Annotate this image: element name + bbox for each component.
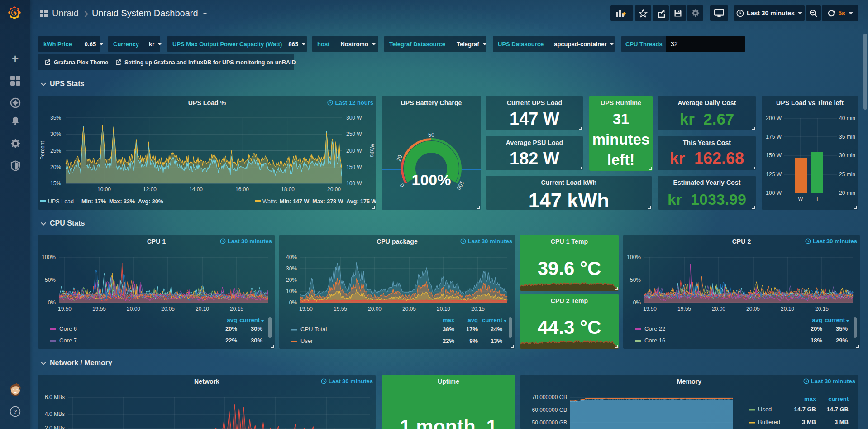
svg-text:current: current [482,317,502,323]
svg-text:60.000000 GB: 60.000000 GB [532,407,567,413]
svg-text:19:50: 19:50 [299,306,313,312]
svg-text:14.7 GB: 14.7 GB [827,406,849,413]
svg-text:50%: 50% [630,277,641,283]
svg-text:29%: 29% [836,337,848,344]
svg-text:35%: 35% [50,115,61,121]
svg-text:20:05: 20:05 [402,306,416,312]
svg-text:3 MB: 3 MB [802,419,816,425]
svg-text:9%: 9% [469,337,478,344]
svg-text:4.0 MBs: 4.0 MBs [45,411,65,417]
svg-text:20:05: 20:05 [746,306,760,312]
svg-text:22%: 22% [443,337,454,344]
svg-text:20:05: 20:05 [161,306,175,312]
svg-text:20:00: 20:00 [368,306,382,312]
svg-text:20%: 20% [286,277,297,283]
svg-text:Core 6: Core 6 [59,325,77,332]
svg-text:19:50: 19:50 [643,306,657,312]
svg-text:24%: 24% [491,326,502,333]
svg-text:100 W: 100 W [346,180,362,187]
svg-text:Used: Used [758,406,772,413]
svg-text:avg: avg [468,317,478,323]
svg-text:200 W: 200 W [766,115,782,121]
svg-text:300 W: 300 W [346,115,362,121]
svg-text:20:00: 20:00 [327,186,341,193]
svg-text:20:00: 20:00 [127,306,140,312]
svg-text:0%: 0% [633,299,641,306]
svg-text:25 min: 25 min [839,171,855,178]
svg-text:20:15: 20:15 [471,306,485,312]
svg-text:20:10: 20:10 [781,306,794,312]
svg-text:2.0 MBs: 2.0 MBs [45,425,65,429]
svg-text:T: T [816,196,819,202]
svg-text:35 min: 35 min [839,134,855,140]
svg-text:3 MB: 3 MB [835,419,849,425]
svg-text:150 W: 150 W [346,164,362,170]
svg-text:W: W [798,196,803,202]
svg-text:Buffered: Buffered [758,419,780,425]
svg-text:max: max [443,317,455,323]
svg-text:20:15: 20:15 [815,306,829,312]
svg-text:175 W: 175 W [766,134,782,140]
svg-text:38%: 38% [443,326,454,333]
svg-text:20:15: 20:15 [230,306,243,312]
svg-text:25%: 25% [50,148,61,154]
svg-text:19:55: 19:55 [677,306,691,312]
svg-text:avg: avg [227,317,237,323]
svg-text:20%: 20% [811,325,822,332]
svg-text:19:50: 19:50 [58,306,72,312]
svg-text:30 min: 30 min [839,152,855,159]
svg-text:14:00: 14:00 [189,186,203,193]
svg-text:40%: 40% [286,254,297,260]
svg-text:250 W: 250 W [346,131,362,137]
svg-text:Core 16: Core 16 [644,337,665,344]
svg-text:18%: 18% [811,337,822,344]
svg-text:10%: 10% [286,288,297,294]
svg-text:50%: 50% [45,277,56,283]
svg-text:Watts: Watts [262,198,277,205]
svg-text:35%: 35% [836,325,848,332]
svg-text:20:00: 20:00 [712,306,725,312]
svg-text:Min: 147 W Max: 278 W Avg: 1: Min: 147 W Max: 278 W Avg: 175 W [280,198,376,205]
svg-text:13%: 13% [491,337,502,344]
svg-text:100%: 100% [42,254,56,260]
svg-text:30%: 30% [286,265,297,272]
svg-text:30%: 30% [251,337,262,344]
svg-text:125 W: 125 W [766,171,782,178]
svg-text:200 W: 200 W [346,148,362,154]
svg-text:14.7 GB: 14.7 GB [794,406,816,413]
svg-text:40 min: 40 min [839,115,855,121]
svg-text:16:00: 16:00 [235,186,249,193]
svg-text:User: User [300,337,313,344]
svg-text:30%: 30% [50,131,61,137]
svg-text:current: current [825,317,845,323]
svg-text:150 W: 150 W [766,152,782,159]
svg-text:30%: 30% [251,325,262,332]
svg-text:20%: 20% [225,325,237,332]
svg-text:avg: avg [812,317,822,323]
svg-text:0%: 0% [289,299,297,306]
svg-text:Min: 17% Max: 32% Avg: 20%: Min: 17% Max: 32% Avg: 20% [81,198,163,205]
svg-text:20%: 20% [50,164,61,170]
svg-text:70.000000 GB: 70.000000 GB [532,394,567,400]
svg-text:19:55: 19:55 [92,306,106,312]
svg-text:current: current [828,395,849,402]
svg-text:50.000000 GB: 50.000000 GB [532,419,567,426]
svg-text:100%: 100% [412,171,451,188]
svg-text:15%: 15% [50,180,61,187]
svg-text:10:00: 10:00 [97,186,111,193]
svg-text:100 W: 100 W [766,190,782,196]
svg-text:CPU Total: CPU Total [300,326,327,333]
svg-text:20:10: 20:10 [196,306,209,312]
svg-text:20 min: 20 min [839,190,855,196]
svg-text:Percent: Percent [39,141,46,160]
svg-text:0%: 0% [48,299,56,306]
svg-text:UPS Load: UPS Load [48,198,74,205]
svg-text:Core 7: Core 7 [59,337,77,344]
svg-text:max: max [804,395,816,402]
svg-text:Core 22: Core 22 [644,325,665,332]
svg-text:20:10: 20:10 [437,306,450,312]
svg-text:17%: 17% [466,326,478,333]
svg-text:current: current [239,317,260,323]
svg-text:?: ? [13,408,17,415]
svg-text:Watts: Watts [369,144,375,157]
